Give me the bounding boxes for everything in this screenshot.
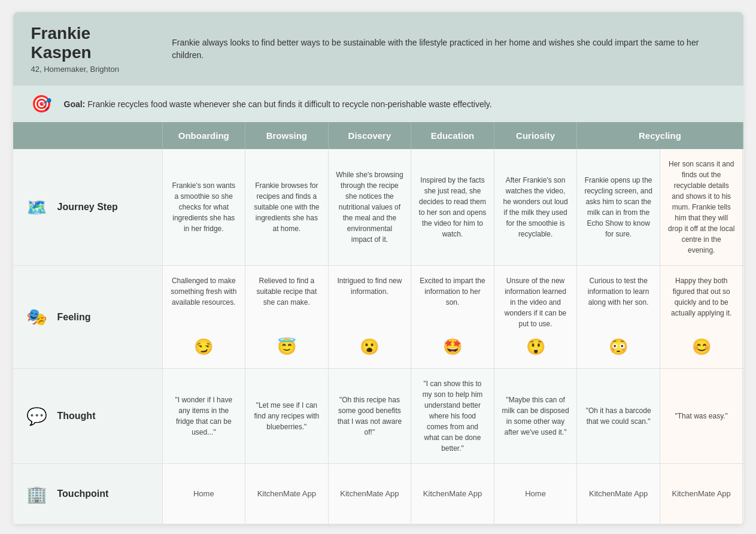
persona-header: Frankie Kaspen 42, Homemaker, Brighton F… [13, 12, 743, 86]
feeling-text-5: Curious to test the information to learn… [584, 275, 652, 308]
feeling-text-1: Relieved to find a suitable recipe that … [253, 275, 321, 308]
persona-info: Frankie Kaspen 42, Homemaker, Brighton [31, 24, 154, 74]
journey-cell-4: After Frankie's son watches the video, h… [494, 149, 578, 265]
journey-step-row: 🗺️ Journey Step Frankie's son wants a sm… [13, 149, 743, 266]
feeling-label: Feeling [57, 312, 91, 323]
row-header-thought: 💬 Thought [13, 369, 163, 463]
main-page: Frankie Kaspen 42, Homemaker, Brighton F… [13, 12, 743, 524]
feeling-cell-1: Relieved to find a suitable recipe that … [245, 266, 329, 368]
col-header-education: Education [411, 122, 494, 149]
thought-cell-6: "That was easy." [660, 369, 743, 463]
journey-cell-3: Inspired by the facts she just read, she… [411, 149, 494, 265]
col-header-discovery: Discovery [329, 122, 412, 149]
touchpoint-label: Touchpoint [57, 489, 109, 499]
touchpoint-cell-3: KitchenMate App [411, 464, 494, 524]
goal-bar: 🎯 Goal: Frankie recycles food waste when… [13, 86, 743, 122]
journey-cell-0: Frankie's son wants a smoothie so she ch… [163, 149, 246, 265]
feeling-text-2: Intrigued to find new information. [336, 275, 404, 297]
thought-cell-5: "Oh it has a barcode that we could scan.… [577, 369, 660, 463]
feeling-emoji-4: 😲 [526, 335, 545, 359]
feeling-emoji-3: 🤩 [443, 335, 462, 359]
feeling-cell-4: Unsure of the new information learned in… [494, 266, 578, 368]
persona-name: Frankie Kaspen [31, 24, 154, 62]
col-header-browsing: Browsing [245, 122, 329, 149]
col-header-empty [13, 122, 163, 149]
journey-cell-5: Frankie opens up the recycling screen, a… [577, 149, 660, 265]
feeling-text-4: Unsure of the new information learned in… [502, 275, 570, 329]
feeling-icon: 🎭 [25, 307, 49, 327]
column-headers: Onboarding Browsing Discovery Education … [13, 122, 743, 149]
goal-label: Goal: [64, 99, 86, 109]
feeling-cell-3: Excited to impart the information to her… [411, 266, 494, 368]
thought-row: 💬 Thought "I wonder if I have any items … [13, 369, 743, 464]
feeling-emoji-0: 😏 [194, 335, 213, 359]
touchpoint-cell-1: KitchenMate App [245, 464, 329, 524]
persona-sub: 42, Homemaker, Brighton [31, 65, 154, 74]
goal-icon: 🎯 [31, 94, 52, 114]
feeling-text-3: Excited to impart the information to her… [418, 275, 487, 308]
touchpoint-icon: 🏢 [25, 484, 49, 504]
goal-text: Goal: Frankie recycles food waste whenev… [64, 99, 492, 109]
touchpoint-cell-0: Home [163, 464, 246, 524]
feeling-text-0: Challenged to make something fresh with … [170, 275, 238, 308]
feeling-emoji-2: 😮 [360, 335, 379, 359]
col-header-onboarding: Onboarding [163, 122, 246, 149]
thought-cell-2: "Oh this recipe has some good benefits t… [329, 369, 412, 463]
row-header-journey: 🗺️ Journey Step [13, 149, 163, 265]
feeling-emoji-1: 😇 [277, 335, 296, 359]
touchpoint-cell-2: KitchenMate App [329, 464, 412, 524]
feeling-cell-5: Curious to test the information to learn… [577, 266, 660, 368]
journey-cell-2: While she's browsing through the recipe … [329, 149, 412, 265]
touchpoint-row: 🏢 Touchpoint Home KitchenMate App Kitche… [13, 464, 743, 524]
thought-icon: 💬 [25, 406, 49, 426]
touchpoint-cell-5: KitchenMate App [577, 464, 660, 524]
thought-cell-1: "Let me see if I can find any recipes wi… [245, 369, 329, 463]
feeling-cell-2: Intrigued to find new information. 😮 [329, 266, 412, 368]
feeling-emoji-5: 😳 [609, 335, 628, 359]
thought-cell-4: "Maybe this can of milk can be disposed … [494, 369, 578, 463]
journey-cell-1: Frankie browses for recipes and finds a … [245, 149, 329, 265]
journey-cell-6: Her son scans it and finds out the recyc… [660, 149, 743, 265]
persona-description: Frankie always looks to find better ways… [172, 37, 725, 62]
feeling-cell-0: Challenged to make something fresh with … [163, 266, 246, 368]
journey-label: Journey Step [57, 202, 118, 213]
touchpoint-cell-6: KitchenMate App [660, 464, 743, 524]
thought-label: Thought [57, 411, 96, 421]
col-header-recycling: Recycling [577, 122, 743, 149]
goal-description: Frankie recycles food waste whenever she… [87, 99, 491, 109]
touchpoint-cell-4: Home [494, 464, 578, 524]
row-header-feeling: 🎭 Feeling [13, 266, 163, 368]
feeling-row: 🎭 Feeling Challenged to make something f… [13, 266, 743, 369]
row-header-touchpoint: 🏢 Touchpoint [13, 464, 163, 524]
feeling-text-6: Happy they both figured that out so quic… [667, 275, 736, 318]
feeling-emoji-6: 😊 [692, 335, 711, 359]
thought-cell-0: "I wonder if I have any items in the fri… [163, 369, 246, 463]
col-header-curiosity: Curiosity [494, 122, 578, 149]
journey-icon: 🗺️ [25, 198, 49, 217]
thought-cell-3: "I can show this to my son to help him u… [411, 369, 494, 463]
journey-table: 🗺️ Journey Step Frankie's son wants a sm… [13, 149, 743, 524]
feeling-cell-6: Happy they both figured that out so quic… [660, 266, 743, 368]
